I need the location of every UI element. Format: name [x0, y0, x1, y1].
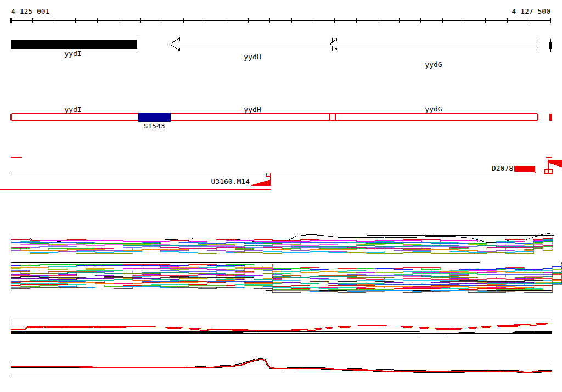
segment-tick[interactable]: [549, 114, 552, 121]
profile-line: [11, 360, 552, 373]
segment-label-yydI: yydI: [64, 105, 81, 114]
profile-line: [11, 333, 552, 334]
segment-label-yydG: yydG: [425, 105, 442, 113]
gene-label-yydH: yydH: [244, 53, 261, 61]
marker-D2078[interactable]: D2078: [492, 164, 535, 173]
gene-label-yydI: yydI: [64, 49, 81, 58]
profile-line: [11, 320, 552, 321]
gene-arrow-yydH[interactable]: [170, 38, 332, 51]
marker-label-D2078: D2078: [492, 164, 513, 172]
marker-U3160.M14[interactable]: U3160.M14: [211, 173, 271, 186]
profile-line: [11, 376, 552, 377]
profile-band-1: [11, 233, 554, 253]
gene-box-yydI[interactable]: [11, 40, 137, 49]
segment-track: yydIyydHyydGS1543: [11, 105, 552, 130]
profile-line: [11, 331, 552, 332]
gene-arrow-yydG[interactable]: [330, 39, 538, 49]
segment-bar[interactable]: [11, 114, 538, 121]
feature-label-S1543: S1543: [143, 122, 165, 130]
gene-track: yydIyydHyydG: [11, 38, 552, 69]
coordinate-ruler: 4 125 0014 127 500: [11, 7, 550, 23]
genome-browser-canvas[interactable]: 4 125 0014 127 500yydIyydHyydGyydIyydHyy…: [0, 0, 562, 392]
segment-label-yydH: yydH: [244, 105, 261, 114]
profile-band-2: [11, 262, 561, 293]
profile-line: [11, 235, 554, 236]
profile-line: [11, 359, 552, 372]
profile-band-4: [11, 358, 552, 376]
marker-flag[interactable]: [544, 158, 562, 173]
profile-band-3: [11, 320, 552, 334]
feature-box-S1543[interactable]: [138, 113, 170, 122]
ruler-start-label: 4 125 001: [11, 7, 49, 15]
marker-label-U3160.M14: U3160.M14: [211, 177, 250, 186]
genome-browser: 4 125 0014 127 500yydIyydHyydGyydIyydHyy…: [0, 0, 562, 392]
gene-label-yydG: yydG: [425, 60, 442, 69]
ruler-end-label: 4 127 500: [512, 7, 550, 15]
marker-track: D2078U3160.M14: [0, 158, 562, 190]
profile-line: [11, 262, 561, 263]
profile-line: [11, 362, 552, 363]
gene-box-partial[interactable]: [549, 42, 552, 49]
